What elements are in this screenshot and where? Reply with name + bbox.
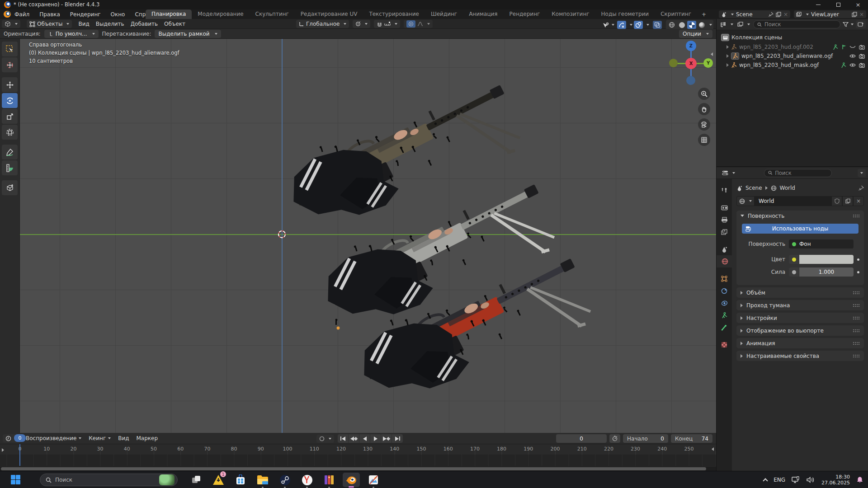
pin-icon[interactable] (768, 12, 774, 17)
snap-settings[interactable] (374, 20, 400, 28)
panel-grip[interactable] (853, 304, 860, 307)
properties-search-input[interactable] (775, 170, 827, 176)
collection-row[interactable]: Коллекция сцены (717, 33, 868, 42)
next-keyframe-button[interactable] (381, 434, 392, 443)
breadcrumb-world[interactable]: World (780, 185, 795, 191)
add-workspace-button[interactable]: + (697, 10, 711, 19)
unlink-datablock-icon[interactable]: × (853, 196, 864, 206)
tool-rotate[interactable] (2, 93, 18, 108)
tab-compositing[interactable]: Композитинг (546, 9, 595, 19)
tool-add-cube[interactable] (2, 180, 18, 195)
menu-window[interactable]: Окно (111, 11, 125, 18)
tab-scripting[interactable]: Скриптинг (655, 9, 697, 19)
frame-end-field[interactable]: Конец 74 (671, 434, 712, 443)
notification-bell-icon[interactable] (856, 476, 863, 483)
tab-world[interactable] (717, 255, 732, 267)
current-frame-field[interactable]: 0 (556, 434, 607, 443)
steam-icon[interactable] (276, 473, 293, 487)
properties-search[interactable] (764, 169, 832, 177)
file-explorer-icon[interactable] (254, 473, 271, 487)
timeline-tracks[interactable] (0, 455, 716, 466)
viewlayer-selector[interactable]: ViewLayer × (794, 10, 866, 18)
tab-texture-paint[interactable]: Текстурирование (363, 9, 425, 19)
show-overlays-toggle[interactable] (634, 21, 643, 29)
disable-render-camera-icon[interactable] (859, 45, 865, 50)
menu-render[interactable]: Рендеринг (70, 11, 101, 18)
properties-editor-type-button[interactable] (719, 169, 738, 177)
animate-dot-icon[interactable] (857, 258, 859, 261)
gizmo-y-minus[interactable] (669, 59, 678, 67)
collapsed-panel[interactable]: Анимация (736, 338, 864, 348)
blender-menu-icon[interactable] (4, 11, 11, 18)
tab-object-data[interactable] (717, 309, 732, 321)
scrollbar-thumb[interactable] (1, 467, 706, 470)
tab-output[interactable] (717, 214, 732, 226)
menu-keying[interactable]: Кеинг (86, 435, 113, 441)
menu-select[interactable]: Выделить (96, 21, 124, 27)
timeline-ruler[interactable]: 0 10 20 30 40 50 60 70 80 90 100 110 120… (0, 444, 716, 455)
collapsed-panel[interactable]: Объём (736, 287, 864, 298)
network-icon[interactable] (792, 476, 800, 484)
shading-dropdown[interactable] (709, 24, 712, 26)
tray-expand-icon[interactable] (763, 478, 768, 483)
tab-object[interactable] (717, 272, 732, 285)
auto-keying-toggle[interactable] (316, 435, 334, 443)
sidebar-collapse-arrow[interactable] (711, 52, 713, 56)
gizmo-x-plus[interactable]: X (685, 58, 697, 69)
panel-grip[interactable] (853, 316, 860, 320)
outliner-item-row[interactable]: wpn_l85_2203_hud_mask.ogf (717, 61, 868, 70)
surface-shader-field[interactable]: Фон (789, 239, 854, 249)
menu-playback[interactable]: Воспроизведение (24, 435, 84, 441)
new-scene-icon[interactable] (776, 12, 781, 17)
hide-closed-eye-icon[interactable] (849, 45, 856, 49)
scene-selector[interactable]: Scene × (719, 10, 790, 18)
tab-tool[interactable] (717, 184, 732, 197)
gizmo-dropdown[interactable] (630, 24, 632, 26)
tool-scale[interactable] (2, 109, 18, 124)
shading-solid-button[interactable] (677, 21, 686, 29)
speaker-icon[interactable] (807, 476, 815, 483)
gizmo-y-plus[interactable]: Y (703, 58, 713, 68)
tab-render[interactable] (717, 202, 732, 214)
task-view-icon[interactable] (188, 473, 205, 487)
world-name-field[interactable]: World (755, 196, 831, 206)
photos-app-icon[interactable] (365, 473, 382, 487)
panel-grip[interactable] (853, 214, 860, 218)
prev-keyframe-button[interactable] (349, 434, 359, 443)
outliner-display-mode[interactable] (719, 20, 734, 28)
collapsed-panel[interactable]: Отображение во вьюпорте (736, 325, 864, 336)
overlays-dropdown[interactable] (646, 24, 649, 26)
clock[interactable]: 18:30 27.06.2025 (821, 474, 850, 486)
menu-edit[interactable]: Правка (39, 11, 60, 18)
timeline-expand-arrow[interactable] (2, 448, 4, 452)
perspective-toggle-button[interactable] (698, 134, 710, 146)
visible-eye-icon[interactable] (849, 54, 856, 58)
alert-app-icon[interactable]: 1 (210, 473, 227, 487)
panel-grip[interactable] (853, 342, 860, 345)
menu-add[interactable]: Добавить (131, 21, 158, 27)
shading-material-button[interactable] (687, 21, 696, 29)
language-indicator[interactable]: ENG (774, 477, 785, 483)
tool-measure[interactable] (2, 160, 18, 175)
navigation-gizmo[interactable]: Z Y X (669, 42, 714, 86)
playhead-line[interactable] (19, 444, 20, 466)
close-button[interactable]: × (848, 0, 868, 9)
tab-shading[interactable]: Шейдинг (425, 9, 463, 19)
viewport-3d[interactable]: Справа ортогональ (0) Коллекция сцены | … (0, 39, 716, 433)
tool-select-box[interactable] (2, 42, 18, 56)
mode-selector[interactable]: Объекты (27, 20, 72, 28)
tab-rendering[interactable]: Рендеринг (504, 9, 546, 19)
outliner-filter-button[interactable] (843, 22, 854, 27)
collapsed-panel[interactable]: Проход тумана (736, 300, 864, 310)
xray-toggle[interactable] (653, 21, 662, 29)
unlink-scene-icon[interactable]: × (783, 11, 788, 18)
editor-type-button[interactable] (2, 20, 20, 28)
gizmo-z-plus[interactable]: Z (686, 41, 696, 51)
tab-scene[interactable] (717, 243, 732, 255)
camera-view-button[interactable] (698, 118, 710, 131)
collapsed-panel[interactable]: Настраиваемые свойства (736, 351, 864, 361)
maximize-button[interactable] (828, 0, 848, 9)
taskbar-search[interactable] (40, 474, 178, 486)
strength-value-field[interactable]: 1.000 (799, 267, 854, 277)
render-camera-icon[interactable] (859, 63, 865, 68)
